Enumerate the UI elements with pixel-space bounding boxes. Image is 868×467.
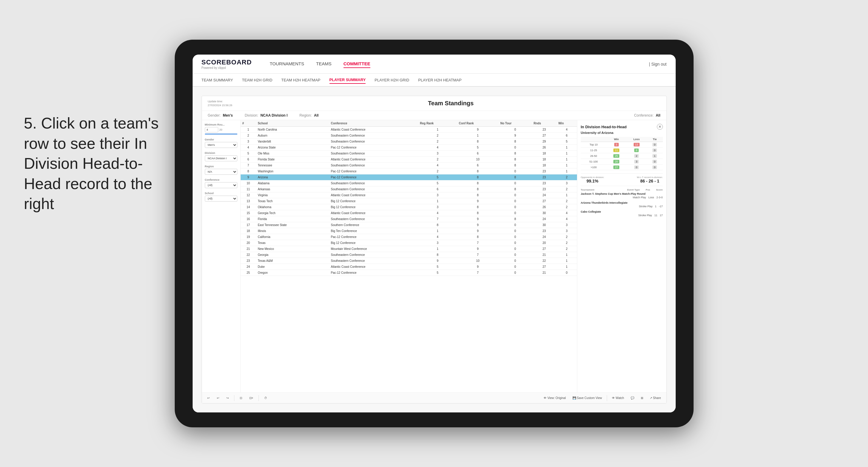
cell-reg-rank: 2	[418, 139, 457, 145]
school-select[interactable]: (All)	[205, 196, 237, 201]
cell-win: 3	[557, 180, 577, 186]
table-row[interactable]: 16 Florida Southeastern Conference 7 9 8…	[241, 216, 577, 222]
cell-rank: 11	[241, 186, 256, 192]
table-row[interactable]: 25 Oregon Pac-12 Conference 5 7 0 21 0	[241, 270, 577, 276]
subnav-player-h2h-heatmap[interactable]: PLAYER H2H HEATMAP	[418, 76, 461, 84]
standings-table-area: # School Conference Reg Rank Conf Rank N…	[241, 120, 577, 393]
nav-committee[interactable]: COMMITTEE	[343, 60, 370, 68]
min-rounds-slider[interactable]	[205, 134, 237, 134]
table-row[interactable]: 23 Texas A&M Southeastern Conference 9 1…	[241, 258, 577, 264]
cell-rnds: 23	[532, 175, 556, 180]
layout-button[interactable]: ⊞	[639, 396, 645, 401]
gender-filter-label: Gender	[205, 138, 237, 141]
paste-button[interactable]: ⊡+	[247, 396, 255, 401]
h2h-divider-1	[581, 173, 663, 174]
cell-no-tour: 0	[499, 264, 532, 270]
cell-win: 2	[557, 246, 577, 252]
min-rounds-input[interactable]	[205, 127, 218, 132]
cell-no-tour: 8	[499, 175, 532, 180]
copy-button[interactable]: ⊡	[238, 396, 244, 401]
subnav-team-h2h-heatmap[interactable]: TEAM H2H HEATMAP	[281, 76, 320, 84]
cell-rank: 5	[241, 151, 256, 157]
table-row[interactable]: 10 Alabama Southeastern Conference 5 8 0…	[241, 180, 577, 186]
table-row[interactable]: 13 Texas Tech Big 12 Conference 1 9 0 27…	[241, 198, 577, 204]
share-button[interactable]: ↗ Share	[648, 396, 663, 401]
table-row[interactable]: 6 Florida State Atlantic Coast Conferenc…	[241, 157, 577, 162]
clock-button[interactable]: ⏱	[262, 396, 269, 401]
redo-button2[interactable]: ↪	[224, 396, 230, 401]
table-row[interactable]: 18 Illinois Big Ten Conference 1 9 0 23 …	[241, 228, 577, 234]
cell-school: North Carolina	[256, 127, 329, 133]
watch-button[interactable]: 👁 Watch	[610, 396, 626, 401]
cell-school: California	[256, 234, 329, 240]
nav-tournaments[interactable]: TOURNAMENTS	[270, 60, 304, 68]
h2h-opponents-label: Opponents in division:	[581, 176, 604, 179]
table-row[interactable]: 19 California Pac-12 Conference 4 8 0 24…	[241, 234, 577, 240]
cell-conference: Big 12 Conference	[329, 240, 418, 246]
cell-reg-rank: 8	[418, 252, 457, 258]
cell-rnds: 20	[532, 240, 556, 246]
subnav-team-h2h-grid[interactable]: TEAM H2H GRID	[242, 76, 272, 84]
subnav-player-summary[interactable]: PLAYER SUMMARY	[330, 76, 366, 84]
cell-win: 1	[557, 252, 577, 258]
region-select[interactable]: N/A	[205, 169, 237, 175]
conference-select[interactable]: (All)	[205, 182, 237, 188]
cell-win: 0	[557, 270, 577, 276]
cell-rnds: 23	[532, 127, 556, 133]
table-row[interactable]: 20 Texas Big 12 Conference 3 7 0 20 2	[241, 240, 577, 246]
gender-select[interactable]: Men's	[205, 142, 237, 148]
cell-school: Texas A&M	[256, 258, 329, 264]
cell-school: Virginia	[256, 192, 329, 198]
cell-school: East Tennessee State	[256, 222, 329, 228]
cell-rank: 22	[241, 252, 256, 258]
cell-rnds: 22	[532, 258, 556, 264]
table-row[interactable]: 4 Arizona State Pac-12 Conference 4 5 0 …	[241, 145, 577, 151]
table-row[interactable]: 5 Ole Miss Southeastern Conference 3 6 8…	[241, 151, 577, 157]
table-row[interactable]: 7 Tennessee Southeastern Conference 4 6 …	[241, 162, 577, 168]
table-row[interactable]: 9 Arizona Pac-12 Conference 5 8 8 23 2	[241, 175, 577, 180]
subnav-team-summary[interactable]: TEAM SUMMARY	[202, 76, 233, 84]
min-rounds-label: Minimum Rou...	[205, 123, 237, 126]
view-original-button[interactable]: 👁 View: Original	[542, 396, 568, 401]
table-header-row: # School Conference Reg Rank Conf Rank N…	[241, 120, 577, 127]
table-row[interactable]: 12 Virginia Atlantic Coast Conference 3 …	[241, 192, 577, 198]
toolbar-separator-2	[258, 395, 259, 401]
table-row[interactable]: 15 Georgia Tech Atlantic Coast Conferenc…	[241, 210, 577, 216]
table-row[interactable]: 1 North Carolina Atlantic Coast Conferen…	[241, 127, 577, 133]
table-row[interactable]: 21 New Mexico Mountain West Conference 1…	[241, 246, 577, 252]
cell-rnds: 18	[532, 151, 556, 157]
cell-win: 2	[557, 175, 577, 180]
table-row[interactable]: 8 Washington Pac-12 Conference 2 8 0 23 …	[241, 168, 577, 175]
cell-conf-rank: 8	[457, 175, 499, 180]
undo-button[interactable]: ↩	[206, 396, 211, 401]
cell-rnds: 18	[532, 157, 556, 162]
table-row[interactable]: 3 Vanderbilt Southeastern Conference 2 8…	[241, 139, 577, 145]
nav-teams[interactable]: TEAMS	[316, 60, 332, 68]
filter-conference: Conference: All	[634, 113, 660, 118]
redo-button1[interactable]: ↩	[215, 396, 221, 401]
feedback-button[interactable]: 💬	[629, 396, 636, 401]
cell-no-tour: 8	[499, 162, 532, 168]
cell-conference: Atlantic Coast Conference	[329, 157, 418, 162]
cell-reg-rank: 4	[418, 210, 457, 216]
cell-school: Georgia Tech	[256, 210, 329, 216]
cell-reg-rank: 3	[418, 192, 457, 198]
cell-win: 1	[557, 258, 577, 264]
table-row[interactable]: 14 Oklahoma Big 12 Conference 3 8 0 26 2	[241, 204, 577, 210]
cell-conf-rank: 9	[457, 216, 499, 222]
h2h-close-button[interactable]: ✕	[657, 124, 663, 130]
cell-school: Arizona	[256, 175, 329, 180]
save-custom-button[interactable]: 💾 Save Custom View	[571, 396, 604, 401]
cell-conference: Pac-12 Conference	[329, 234, 418, 240]
sign-out-button[interactable]: | Sign out	[649, 62, 667, 66]
cell-reg-rank: 5	[418, 270, 457, 276]
subnav-player-h2h-grid[interactable]: PLAYER H2H GRID	[374, 76, 409, 84]
table-row[interactable]: 2 Auburn Southeastern Conference 2 1 9 2…	[241, 133, 577, 139]
table-row[interactable]: 24 Duke Atlantic Coast Conference 5 9 0 …	[241, 264, 577, 270]
table-row[interactable]: 17 East Tennessee State Southern Confere…	[241, 222, 577, 228]
cell-conf-rank: 7	[457, 252, 499, 258]
table-row[interactable]: 11 Arkansas Southeastern Conference 6 8 …	[241, 186, 577, 192]
table-row[interactable]: 22 Georgia Southeastern Conference 8 7 0…	[241, 252, 577, 258]
division-select[interactable]: NCAA Division I	[205, 155, 237, 161]
cell-win: 1	[557, 145, 577, 151]
